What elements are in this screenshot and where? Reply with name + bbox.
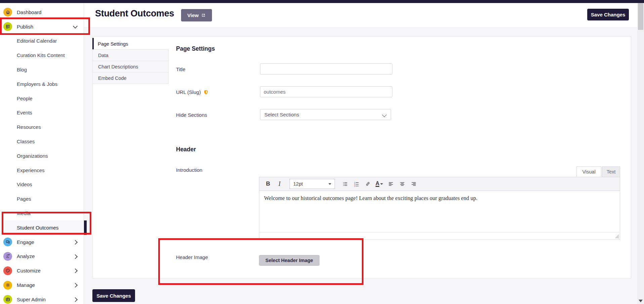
sidebar-item-label: Employers & Jobs	[17, 81, 57, 87]
sidebar-item-organizations[interactable]: Organizations	[0, 149, 84, 163]
sidebar-item-super-admin[interactable]: Super Admin	[0, 292, 84, 304]
select-header-image-button[interactable]: Select Header Image	[259, 255, 319, 266]
scrollbar-thumb[interactable]	[638, 3, 643, 30]
tab-data[interactable]: Data	[92, 49, 169, 61]
introduction-editor: Visual Text B I 12pt 123 A	[259, 166, 620, 240]
sidebar-item-classes[interactable]: Classes	[0, 134, 84, 149]
sidebar-item-dashboard[interactable]: Dashboard	[0, 5, 84, 19]
publish-icon	[3, 22, 12, 31]
scrollbar-down-arrow-icon[interactable]	[639, 300, 643, 302]
sidebar-item-pages[interactable]: Pages	[0, 192, 84, 206]
bold-button[interactable]: B	[263, 179, 273, 189]
sidebar-item-events[interactable]: Events	[0, 106, 84, 120]
page-title: Student Outcomes	[95, 8, 174, 19]
numbered-list-button[interactable]: 123	[352, 179, 361, 189]
hide-sections-label: Hide Sections	[176, 112, 207, 118]
palette-icon	[3, 266, 12, 275]
chevron-right-icon	[73, 283, 78, 288]
chevron-down-icon	[329, 183, 331, 185]
sidebar: Dashboard Publish Editorial Calendar Cur…	[0, 3, 84, 304]
sidebar-item-label: People	[17, 96, 33, 101]
sidebar-item-label: Videos	[17, 182, 32, 187]
sidebar-item-blog[interactable]: Blog	[0, 62, 84, 77]
sidebar-item-label: Analyze	[17, 253, 35, 259]
sidebar-item-analyze[interactable]: Analyze	[0, 249, 84, 264]
align-center-button[interactable]	[397, 179, 407, 189]
gear-icon	[3, 281, 12, 290]
sidebar-item-label: Experiences	[17, 167, 45, 173]
main-header: Student Outcomes View Save Changes	[84, 3, 637, 28]
chevron-down-icon	[380, 183, 383, 185]
tab-chart-descriptions[interactable]: Chart Descriptions	[92, 61, 169, 72]
sidebar-item-engage[interactable]: Engage	[0, 235, 84, 249]
sidebar-item-label: Student Outcomes	[17, 225, 58, 231]
sidebar-item-people[interactable]: People	[0, 91, 84, 106]
chevron-down-icon	[382, 112, 387, 117]
tab-embed-code[interactable]: Embed Code	[92, 72, 169, 84]
sidebar-item-publish[interactable]: Publish	[0, 19, 84, 34]
italic-button[interactable]: I	[275, 179, 284, 189]
sidebar-item-employers-jobs[interactable]: Employers & Jobs	[0, 77, 84, 91]
header-image-label: Header Image	[176, 254, 208, 260]
chevron-down-icon	[73, 24, 78, 29]
settings-tab-list: Page Settings Data Chart Descriptions Em…	[92, 38, 169, 84]
title-label: Title	[176, 66, 185, 72]
bar-chart-icon	[3, 252, 12, 261]
sidebar-item-label: Super Admin	[17, 297, 46, 302]
sidebar-item-experiences[interactable]: Experiences	[0, 163, 84, 178]
top-bar	[0, 0, 644, 3]
introduction-label: Introduction	[176, 167, 202, 173]
sidebar-item-label: Editorial Calendar	[17, 38, 57, 44]
sidebar-item-videos[interactable]: Videos	[0, 178, 84, 192]
sidebar-item-label: Media	[17, 210, 31, 216]
sidebar-item-label: Curation Kits Content	[17, 52, 65, 58]
sidebar-item-label: Manage	[17, 282, 35, 288]
sidebar-item-label: Classes	[17, 139, 35, 144]
view-button[interactable]: View	[181, 9, 212, 21]
sidebar-item-label: Organizations	[17, 153, 48, 159]
editor-content-area[interactable]: Welcome to our historical outcomes page!…	[259, 191, 620, 232]
sidebar-item-label: Events	[17, 110, 32, 115]
chevron-right-icon	[73, 297, 78, 302]
external-link-icon	[201, 13, 206, 17]
editor-text-tab[interactable]: Text	[602, 166, 620, 177]
chevron-right-icon	[73, 240, 78, 245]
sidebar-item-student-outcomes[interactable]: Student Outcomes	[0, 220, 84, 235]
url-slug-input[interactable]	[260, 86, 392, 97]
view-button-label: View	[187, 12, 199, 18]
hide-sections-select[interactable]: Select Sections	[260, 109, 391, 120]
link-button[interactable]	[363, 179, 373, 189]
tab-page-settings[interactable]: Page Settings	[92, 38, 169, 50]
save-changes-button-top[interactable]: Save Changes	[587, 9, 629, 20]
chevron-right-icon	[73, 268, 78, 273]
editor-visual-tab[interactable]: Visual	[576, 166, 601, 177]
font-size-select[interactable]: 12pt	[290, 179, 335, 189]
editor-status-bar	[259, 232, 620, 240]
sidebar-item-editorial-calendar[interactable]: Editorial Calendar	[0, 34, 84, 48]
sidebar-item-label: Resources	[17, 124, 41, 130]
page-settings-section-title: Page Settings	[176, 45, 215, 52]
align-left-button[interactable]	[386, 179, 395, 189]
sidebar-item-label: Pages	[17, 196, 31, 202]
bullet-list-button[interactable]	[340, 179, 350, 189]
text-color-button[interactable]: A	[375, 179, 384, 189]
selected-item-indicator	[84, 220, 87, 235]
sidebar-item-label: Engage	[17, 239, 34, 245]
hide-sections-selected-value: Select Sections	[264, 112, 299, 117]
sidebar-item-media[interactable]: Media	[0, 206, 84, 220]
sidebar-item-label: Dashboard	[17, 9, 41, 15]
sidebar-item-resources[interactable]: Resources	[0, 120, 84, 134]
resize-grip-icon[interactable]	[615, 234, 619, 239]
sidebar-item-curation-kits-content[interactable]: Curation Kits Content	[0, 48, 84, 62]
align-right-button[interactable]	[409, 179, 418, 189]
save-changes-button-bottom[interactable]: Save Changes	[92, 289, 135, 302]
url-slug-label: URL (Slug)	[176, 89, 209, 95]
title-input[interactable]	[260, 63, 392, 74]
id-card-icon	[3, 295, 12, 304]
chat-icon	[3, 238, 12, 246]
vertical-scrollbar[interactable]	[637, 3, 644, 304]
sidebar-item-manage[interactable]: Manage	[0, 278, 84, 292]
sidebar-item-customize[interactable]: Customize	[0, 263, 84, 278]
header-section-title: Header	[176, 146, 196, 153]
settings-card: Page Settings Data Chart Descriptions Em…	[92, 36, 631, 278]
